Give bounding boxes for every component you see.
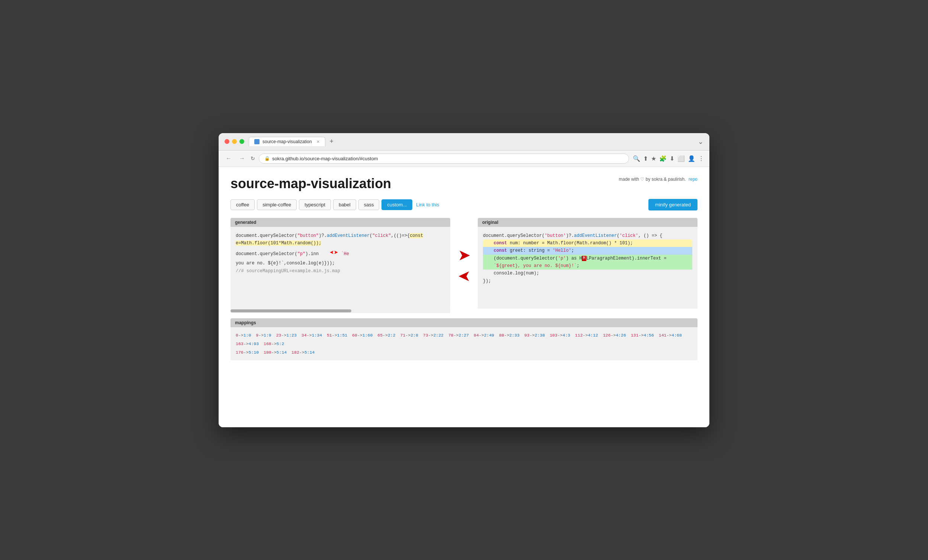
minify-button[interactable]: minify generated [649,199,698,211]
close-button[interactable] [224,139,229,144]
refresh-button[interactable]: ↻ [250,156,255,162]
url-bar[interactable]: 🔒 sokra.github.io/source-map-visualizati… [259,154,629,163]
page-title: source-map-visualization [230,176,391,192]
link-this[interactable]: Link to this [416,202,439,208]
mapping-item[interactable]: 9->1:9 [256,333,271,338]
address-actions: 🔍 ⬆ ★ 🧩 ⬇ ⬜ 👤 ⋮ [633,155,704,162]
mapping-item[interactable]: 60->1:60 [352,333,372,338]
mappings-section: mappings 0->1:0 9->1:9 23->1:23 34->1:34… [230,318,698,360]
original-code-line-2: const num: number = Math.floor(Math.rand… [483,240,692,247]
generated-scrollbar-thumb[interactable] [230,310,351,312]
mapping-item[interactable]: 84->2:49 [474,333,494,338]
original-code-line-3: const greet: string = 'Hello'; [483,247,692,254]
mapping-item[interactable]: 112->4:12 [575,333,598,338]
forward-button[interactable]: → [237,154,247,162]
mapping-item[interactable]: 131->4:56 [631,333,654,338]
preset-coffee[interactable]: coffee [230,199,255,210]
mapping-item[interactable]: 141->4:68 [659,333,682,338]
traffic-lights [224,139,244,144]
mapping-item[interactable]: 168->5:2 [264,341,284,346]
url-text: sokra.github.io/source-map-visualization… [272,156,378,162]
title-bar: source-map-visualization ✕ + ⌄ [218,133,710,151]
fullscreen-icon[interactable]: ⬜ [678,155,685,162]
original-code-line-6: console.log(num); [483,270,692,277]
mappings-body: 0->1:0 9->1:9 23->1:23 34->1:34 51->1:51… [230,327,698,360]
address-bar: ← → ↻ 🔒 sokra.github.io/source-map-visua… [218,151,710,167]
generated-code-line-1: document.querySelector("button")?.addEve… [236,232,445,247]
new-tab-button[interactable]: + [327,137,336,146]
mapping-item[interactable]: 34->1:34 [302,333,322,338]
share-icon[interactable]: ⬆ [643,155,648,162]
mapping-item[interactable]: 51->1:51 [327,333,347,338]
made-with-text: made with ♡ by sokra & paulirish. [619,177,685,182]
preset-babel[interactable]: babel [333,199,356,210]
tab-label: source-map-visualization [263,139,312,144]
generated-scrollbar[interactable] [230,309,450,313]
generated-code-line-3: you are no. ${e}!`,console.log(e)})); [236,259,445,267]
mapping-item[interactable]: 88->2:33 [499,333,519,338]
profile-icon[interactable]: 👤 [688,155,695,162]
mapping-item[interactable]: 0->1:0 [236,333,251,338]
lock-icon: 🔒 [264,156,270,161]
mapping-item[interactable]: 182->5:14 [292,350,314,355]
preset-custom[interactable]: custom... [382,199,412,210]
page-header: source-map-visualization made with ♡ by … [230,176,698,192]
original-panel: original document.querySelector('button'… [478,218,698,314]
tab-favicon [254,139,259,144]
mapping-item[interactable]: 180->5:14 [264,350,287,355]
tab-bar: source-map-visualization ✕ + [249,137,693,146]
arrow-container: ➤ ➤ [455,218,473,314]
browser-window: source-map-visualization ✕ + ⌄ ← → ↻ 🔒 s… [218,133,710,427]
mappings-header: mappings [230,318,698,327]
extensions-icon[interactable]: 🧩 [659,155,667,162]
toolbar: coffee simple-coffee typescript babel sa… [230,199,698,211]
generated-panel-header: generated [230,218,450,227]
search-icon[interactable]: 🔍 [633,155,640,162]
original-code-line-7: }); [483,278,692,285]
mapping-item[interactable]: 103->4:3 [549,333,570,338]
mapping-item[interactable]: 78->2:27 [449,333,469,338]
mapping-item[interactable]: 126->4:26 [603,333,626,338]
mapping-item[interactable]: 73->2:22 [423,333,444,338]
original-panel-body: document.querySelector('button')?.addEve… [478,227,698,309]
mapping-item[interactable]: 65->2:2 [377,333,395,338]
generated-panel-body: document.querySelector("button")?.addEve… [230,227,450,309]
window-controls-icon: ⌄ [698,137,704,146]
maximize-button[interactable] [240,139,244,144]
original-code-line-4: (document.querySelector('p') as HMLParag… [483,255,692,262]
made-with: made with ♡ by sokra & paulirish. repo [619,176,698,183]
generated-panel: generated document.querySelector("button… [230,218,450,314]
mapping-item[interactable]: 163->4:93 [236,341,259,346]
preset-simple-coffee[interactable]: simple-coffee [257,199,297,210]
original-code-line-1: document.querySelector('button')?.addEve… [483,232,692,240]
tab-close-icon[interactable]: ✕ [316,139,320,144]
download-icon[interactable]: ⬇ [670,155,675,162]
generated-code-line-4: //# sourceMappingURL=example.min.js.map [236,267,445,275]
mapping-item[interactable]: 71->2:8 [400,333,418,338]
bookmark-icon[interactable]: ★ [651,155,656,162]
left-arrow: ➤ [458,270,470,283]
minimize-button[interactable] [232,139,237,144]
active-tab[interactable]: source-map-visualization ✕ [249,137,325,146]
mapping-item[interactable]: 23->1:23 [276,333,297,338]
repo-link[interactable]: repo [688,177,698,182]
page-content: source-map-visualization made with ♡ by … [218,167,710,427]
back-button[interactable]: ← [224,154,234,162]
right-arrow: ➤ [458,249,470,262]
preset-sass[interactable]: sass [359,199,380,210]
original-panel-header: original [478,218,698,227]
original-code-line-5: `${greet}, you are no. ${num}!`; [483,262,692,270]
generated-code-line-2: document.querySelector("p").inn ➤➤ `He [236,247,445,259]
mapping-item[interactable]: 93->2:38 [524,333,545,338]
mapping-item[interactable]: 176->5:10 [236,350,259,355]
preset-typescript[interactable]: typescript [299,199,331,210]
code-panels: generated document.querySelector("button… [230,218,698,314]
menu-icon[interactable]: ⋮ [698,155,704,162]
